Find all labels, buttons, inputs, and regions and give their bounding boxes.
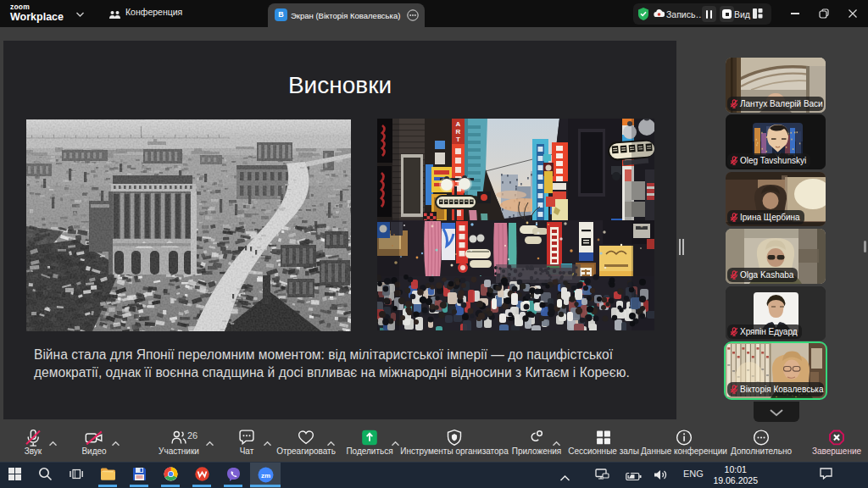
- svg-text:T: T: [456, 136, 460, 143]
- svg-text:A: A: [456, 120, 461, 128]
- svg-text:R: R: [456, 128, 461, 136]
- svg-text:zm: zm: [261, 472, 270, 480]
